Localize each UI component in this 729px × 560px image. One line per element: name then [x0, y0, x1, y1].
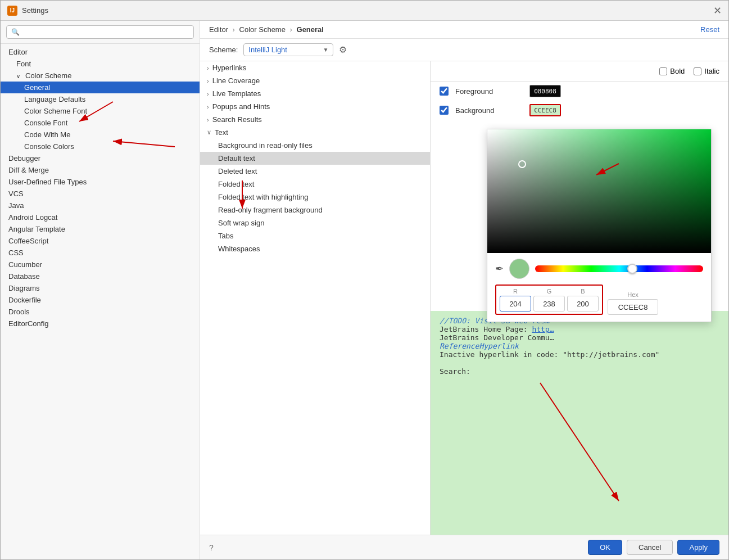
b-label: B: [581, 288, 585, 295]
sidebar-user-defined[interactable]: User-Defined File Types: [1, 176, 200, 188]
sidebar-android-logcat[interactable]: Android Logcat: [1, 211, 200, 223]
bold-checkbox[interactable]: [659, 67, 667, 75]
background-swatch[interactable]: CCEEC8: [529, 104, 561, 116]
editor-label: Editor: [8, 48, 28, 56]
list-deleted-text[interactable]: Deleted text: [200, 165, 430, 178]
scheme-bar: Scheme: IntelliJ Light ▼ ⚙: [200, 39, 728, 61]
list-bg-readonly[interactable]: Background in read-only files: [200, 139, 430, 152]
breadcrumb-color-scheme: Color Scheme: [239, 25, 286, 34]
list-live-templates[interactable]: › Live Templates: [200, 87, 430, 100]
title-bar: IJ Settings ✕: [1, 1, 728, 21]
preview-line5: Inactive hyperlink in code: "http://jetb…: [440, 350, 719, 359]
italic-option[interactable]: Italic: [694, 67, 719, 75]
sidebar-coffeescript[interactable]: CoffeeScript: [1, 235, 200, 247]
items-list: › Hyperlinks › Line Coverage › Live Temp…: [200, 61, 431, 535]
editor-area: › Hyperlinks › Line Coverage › Live Temp…: [200, 61, 728, 535]
breadcrumb-sep2: ›: [290, 25, 292, 34]
sidebar-font[interactable]: Font: [1, 58, 200, 70]
help-icon[interactable]: ?: [209, 543, 214, 552]
expand-icon: ∨: [16, 73, 23, 79]
list-hyperlinks[interactable]: › Hyperlinks: [200, 61, 430, 74]
list-readonly-fragment[interactable]: Read-only fragment background: [200, 204, 430, 216]
list-soft-wrap[interactable]: Soft wrap sign: [200, 216, 430, 229]
hue-thumb[interactable]: [627, 264, 637, 274]
list-default-text[interactable]: Default text: [200, 152, 430, 165]
sidebar-console-colors[interactable]: Console Colors: [1, 141, 200, 152]
list-folded-text[interactable]: Folded text: [200, 178, 430, 191]
sidebar-language-defaults[interactable]: Language Defaults: [1, 93, 200, 105]
list-tabs[interactable]: Tabs: [200, 229, 430, 242]
list-folded-text-highlight[interactable]: Folded text with highlighting: [200, 191, 430, 204]
expand-arrow: ›: [207, 116, 209, 123]
sidebar-debugger[interactable]: Debugger: [1, 152, 200, 164]
sidebar-general[interactable]: General: [1, 82, 200, 93]
color-controls: ✒: [487, 253, 711, 284]
background-label: Background: [455, 106, 523, 115]
list-text[interactable]: ∨ Text: [200, 126, 430, 139]
sidebar-color-scheme-font[interactable]: Color Scheme Font: [1, 105, 200, 117]
list-line-coverage[interactable]: › Line Coverage: [200, 74, 430, 87]
italic-checkbox[interactable]: [694, 67, 701, 75]
color-inputs: R G B: [487, 284, 711, 322]
foreground-checkbox[interactable]: [440, 87, 449, 96]
b-input[interactable]: [567, 296, 599, 311]
background-row: Background CCEEC8: [431, 101, 728, 120]
style-options: Bold Italic: [431, 61, 728, 82]
sidebar-diagrams[interactable]: Diagrams: [1, 282, 200, 294]
list-whitespaces[interactable]: Whitespaces: [200, 242, 430, 255]
g-label: G: [547, 288, 552, 295]
foreground-row: Foreground 080808: [431, 82, 728, 101]
expand-arrow: ›: [207, 103, 209, 110]
dropdown-arrow: ▼: [323, 47, 328, 53]
sidebar-color-scheme[interactable]: ∨Color Scheme: [1, 70, 200, 82]
preview-line6: Search:: [440, 367, 719, 376]
g-input-group: G: [533, 288, 565, 311]
scheme-value: IntelliJ Light: [248, 46, 318, 54]
sidebar-angular-template[interactable]: Angular Template: [1, 223, 200, 235]
background-checkbox[interactable]: [440, 106, 449, 115]
sidebar: Editor Font ∨Color Scheme General Langua…: [1, 21, 200, 559]
color-circle-handle[interactable]: [518, 160, 526, 168]
hue-slider[interactable]: [535, 265, 703, 272]
sidebar-cucumber[interactable]: Cucumber: [1, 259, 200, 270]
font-label: Font: [16, 60, 31, 68]
hex-input[interactable]: [608, 299, 658, 315]
list-popups-hints[interactable]: › Popups and Hints: [200, 100, 430, 113]
cancel-button[interactable]: Cancel: [627, 540, 673, 555]
sidebar-console-font[interactable]: Console Font: [1, 117, 200, 129]
hex-label: Hex: [627, 291, 639, 298]
eyedropper-button[interactable]: ✒: [495, 263, 504, 275]
sidebar-java[interactable]: Java: [1, 200, 200, 211]
preview-line2: JetBrains Home Page: http…: [440, 325, 719, 333]
gear-icon[interactable]: ⚙: [339, 44, 347, 55]
sidebar-vcs[interactable]: VCS: [1, 188, 200, 200]
foreground-swatch[interactable]: 080808: [529, 85, 561, 97]
main-content: Editor Font ∨Color Scheme General Langua…: [1, 21, 728, 559]
r-input-group: R: [500, 288, 531, 311]
search-input[interactable]: [6, 25, 194, 39]
close-button[interactable]: ✕: [713, 6, 722, 16]
sidebar-dockerfile[interactable]: Dockerfile: [1, 294, 200, 306]
settings-window: IJ Settings ✕ Editor Font ∨Color Scheme: [0, 0, 729, 560]
sidebar-code-with-me[interactable]: Code With Me: [1, 129, 200, 141]
list-search-results[interactable]: › Search Results: [200, 113, 430, 126]
sidebar-diff-merge[interactable]: Diff & Merge: [1, 164, 200, 176]
r-input[interactable]: [500, 296, 531, 311]
scheme-dropdown[interactable]: IntelliJ Light ▼: [243, 43, 333, 56]
reset-button[interactable]: Reset: [700, 25, 719, 34]
r-label: R: [513, 288, 518, 295]
color-gradient[interactable]: [487, 129, 711, 253]
color-scheme-label: Color Scheme: [25, 71, 71, 80]
sidebar-editor[interactable]: Editor: [1, 46, 200, 58]
sidebar-drools[interactable]: Drools: [1, 306, 200, 318]
preview-link: http…: [532, 325, 554, 333]
sidebar-css[interactable]: CSS: [1, 247, 200, 259]
expand-arrow: ›: [207, 78, 209, 84]
g-input[interactable]: [533, 296, 565, 311]
ok-button[interactable]: OK: [588, 540, 622, 555]
sidebar-database[interactable]: Database: [1, 270, 200, 282]
sidebar-editorconfig[interactable]: EditorConfig: [1, 318, 200, 329]
apply-button[interactable]: Apply: [677, 540, 719, 555]
hue-preview: [509, 259, 529, 279]
bold-option[interactable]: Bold: [659, 67, 685, 75]
